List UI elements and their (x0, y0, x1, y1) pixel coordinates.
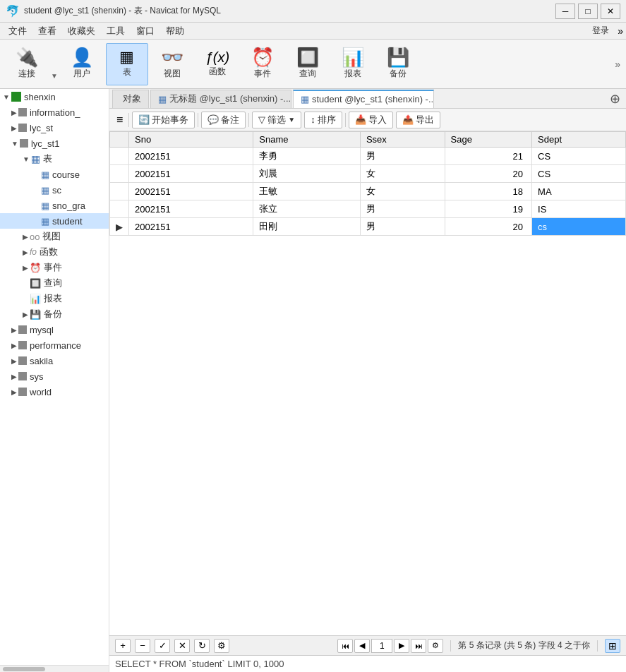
cell-sage-selected[interactable]: 20 (445, 218, 531, 236)
tab-student[interactable]: ▦ student @lyc_st1 (shenxin) -... ✕ (293, 90, 434, 108)
cell-sage[interactable]: 21 (445, 148, 531, 165)
cell-sno[interactable]: 2002151 (129, 148, 253, 165)
sidebar-folder-report[interactable]: 📊 报表 (0, 291, 109, 306)
sidebar-item-lyc-st[interactable]: ▶ lyc_st (0, 120, 109, 136)
cell-ssex[interactable]: 男 (360, 148, 445, 165)
sidebar-item-information[interactable]: ▶ information_ (0, 104, 109, 120)
close-button[interactable]: ✕ (601, 4, 620, 19)
cell-sno-selected[interactable]: 2002151 (129, 218, 253, 236)
connect-dropdown-arrow[interactable]: ▼ (51, 72, 58, 80)
cell-ssex-selected[interactable]: 男 (360, 218, 445, 236)
cell-sname[interactable]: 刘晨 (253, 165, 361, 183)
sidebar-item-sakila[interactable]: ▶ sakila (0, 353, 109, 368)
nav-settings-button[interactable]: ⚙ (428, 639, 443, 653)
add-record-button[interactable]: + (115, 639, 131, 653)
table-row[interactable]: 2002151 李勇 男 21 CS (110, 148, 626, 165)
toolbar-user-button[interactable]: 👤 用户 (61, 43, 103, 85)
cell-sage[interactable]: 18 (445, 183, 531, 200)
sidebar-item-course[interactable]: ▦ course (0, 167, 109, 182)
maximize-button[interactable]: □ (578, 4, 598, 19)
new-tab-icon[interactable]: ⊕ (610, 92, 620, 106)
sidebar-folder-table[interactable]: ▼ ▦ 表 (0, 151, 109, 167)
cell-sdept-selected[interactable]: cs (532, 218, 626, 236)
toolbar-event-button[interactable]: ⏰ 事件 (241, 43, 284, 85)
toolbar-query-button[interactable]: 🔲 查询 (287, 43, 329, 85)
login-link[interactable]: 登录 (592, 25, 615, 37)
nav-page-input[interactable] (371, 639, 392, 653)
confirm-button[interactable]: ✓ (155, 639, 170, 653)
sidebar-item-world[interactable]: ▶ world (0, 384, 109, 400)
sidebar-item-mysql[interactable]: ▶ mysql (0, 322, 109, 337)
sidebar-folder-query[interactable]: 🔲 查询 (0, 275, 109, 291)
col-sdept[interactable]: Sdept (532, 132, 626, 148)
hamburger-menu-icon[interactable]: ≡ (114, 112, 126, 128)
import-button[interactable]: 📥 导入 (349, 112, 393, 128)
nav-prev-button[interactable]: ◀ (354, 639, 370, 653)
toolbar-report-button[interactable]: 📊 报表 (332, 43, 374, 85)
minimize-button[interactable]: ─ (555, 4, 575, 19)
cell-sage[interactable]: 19 (445, 200, 531, 218)
cell-sno[interactable]: 2002151 (129, 183, 253, 200)
cell-sdept[interactable]: IS (532, 200, 626, 218)
sidebar-hscroll[interactable] (0, 665, 109, 672)
cell-sname[interactable]: 王敏 (253, 183, 361, 200)
menu-tools[interactable]: 工具 (101, 23, 131, 39)
refresh-button[interactable]: ↻ (194, 639, 210, 653)
menu-favorites[interactable]: 收藏夹 (62, 23, 101, 39)
toolbar-view-button[interactable]: 👓 视图 (151, 43, 193, 85)
toolbar-expand-icon[interactable]: » (615, 59, 620, 70)
nav-last-button[interactable]: ⏭ (411, 639, 426, 653)
cell-ssex[interactable]: 女 (360, 183, 445, 200)
export-button[interactable]: 📤 导出 (396, 112, 440, 128)
cell-sno[interactable]: 2002151 (129, 165, 253, 183)
sidebar-item-sc[interactable]: ▦ sc (0, 182, 109, 198)
menu-view[interactable]: 查看 (32, 23, 62, 39)
menu-window[interactable]: 窗口 (131, 23, 160, 39)
tab-object[interactable]: 对象 (112, 90, 149, 108)
filter-button[interactable]: ▽ 筛选 ▼ (252, 112, 301, 128)
sidebar-item-sys[interactable]: ▶ sys (0, 368, 109, 384)
tab-untitled[interactable]: ▦ 无标题 @lyc_st1 (shenxin) -... ✕ (150, 90, 291, 108)
sidebar-item-lyc-st1[interactable]: ▼ lyc_st1 (0, 136, 109, 151)
cancel-button[interactable]: ✕ (174, 639, 190, 653)
toolbar-function-button[interactable]: ƒ(x) 函数 (196, 43, 239, 85)
table-row[interactable]: 2002151 刘晨 女 20 CS (110, 165, 626, 183)
sidebar-folder-function[interactable]: ▶ fo 函数 (0, 244, 109, 260)
delete-record-button[interactable]: − (135, 639, 150, 653)
table-row[interactable]: 2002151 张立 男 19 IS (110, 200, 626, 218)
cell-sdept[interactable]: CS (532, 148, 626, 165)
col-sage[interactable]: Sage (445, 132, 531, 148)
sidebar-item-sno-gra[interactable]: ▦ sno_gra (0, 198, 109, 213)
cell-ssex[interactable]: 男 (360, 200, 445, 218)
col-sname[interactable]: Sname (253, 132, 361, 148)
cell-sage[interactable]: 20 (445, 165, 531, 183)
cell-sname-selected[interactable]: 田刚 (253, 218, 361, 236)
sort-button[interactable]: ↕ 排序 (304, 112, 342, 128)
toolbar-connect-button[interactable]: 🔌 连接 (6, 43, 48, 85)
menu-help[interactable]: 帮助 (160, 23, 190, 39)
sidebar-item-performance[interactable]: ▶ performance (0, 337, 109, 353)
col-ssex[interactable]: Ssex (360, 132, 445, 148)
sidebar-item-student[interactable]: ▦ student (0, 213, 109, 229)
comment-button[interactable]: 💬 备注 (201, 112, 246, 128)
expand-icon[interactable]: » (618, 25, 623, 37)
cell-sname[interactable]: 张立 (253, 200, 361, 218)
nav-next-button[interactable]: ▶ (394, 639, 409, 653)
sidebar-folder-view[interactable]: ▶ oo 视图 (0, 229, 109, 244)
settings-button[interactable]: ⚙ (214, 639, 229, 653)
sidebar-folder-backup[interactable]: ▶ 💾 备份 (0, 306, 109, 322)
table-row[interactable]: 2002151 王敏 女 18 MA (110, 183, 626, 200)
cell-sdept[interactable]: CS (532, 165, 626, 183)
toolbar-table-button[interactable]: ▦ 表 (106, 43, 148, 85)
cell-sname[interactable]: 李勇 (253, 148, 361, 165)
nav-first-button[interactable]: ⏮ (337, 639, 353, 653)
sidebar-item-shenxin[interactable]: ▼ shenxin (0, 89, 109, 104)
cell-sdept[interactable]: MA (532, 183, 626, 200)
sidebar-folder-event[interactable]: ▶ ⏰ 事件 (0, 260, 109, 275)
grid-view-button[interactable]: ⊞ (605, 639, 620, 653)
begin-transaction-button[interactable]: 🔄 开始事务 (132, 112, 195, 128)
cell-sno[interactable]: 2002151 (129, 200, 253, 218)
menu-file[interactable]: 文件 (3, 23, 32, 39)
toolbar-backup-button[interactable]: 💾 备份 (377, 43, 419, 85)
col-sno[interactable]: Sno (129, 132, 253, 148)
